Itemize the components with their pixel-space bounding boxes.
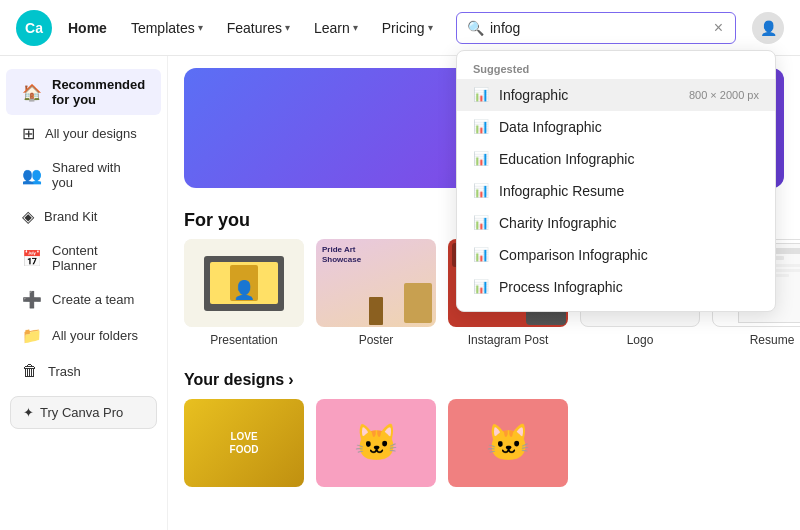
dropdown-item-label-5: Comparison Infographic bbox=[499, 247, 759, 263]
template-item-poster[interactable]: Pride ArtShowcase Poster bbox=[316, 239, 436, 347]
nav-templates[interactable]: Templates ▾ bbox=[123, 14, 211, 42]
dropdown-item-label-2: Education Infographic bbox=[499, 151, 759, 167]
sidebar-item-folders-label: All your folders bbox=[52, 328, 138, 343]
your-designs-title: Your designs bbox=[184, 371, 284, 389]
dropdown-item-label-6: Process Infographic bbox=[499, 279, 759, 295]
dropdown-item-label-4: Charity Infographic bbox=[499, 215, 759, 231]
sidebar-item-recommended[interactable]: 🏠 Recommended for you bbox=[6, 69, 161, 115]
search-box: 🔍 × bbox=[456, 12, 736, 44]
search-input[interactable] bbox=[490, 20, 712, 36]
template-label-resume: Resume bbox=[712, 333, 800, 347]
dropdown-item-label-0: Infographic bbox=[499, 87, 679, 103]
folder-icon: 📁 bbox=[22, 326, 42, 345]
sidebar-item-folders[interactable]: 📁 All your folders bbox=[6, 318, 161, 353]
your-designs-arrow: › bbox=[288, 371, 293, 389]
dropdown-item-badge-0: 800 × 2000 px bbox=[689, 89, 759, 101]
sidebar-item-create-team-label: Create a team bbox=[52, 292, 134, 307]
dropdown-items-list: 📊 Infographic 800 × 2000 px 📊 Data Infog… bbox=[457, 79, 775, 303]
template-label-instagram: Instagram Post bbox=[448, 333, 568, 347]
try-pro-label: Try Canva Pro bbox=[40, 405, 123, 420]
dropdown-item-2[interactable]: 📊 Education Infographic bbox=[457, 143, 775, 175]
sidebar-item-content-planner[interactable]: 📅 Content Planner bbox=[6, 235, 161, 281]
grid-icon: ⊞ bbox=[22, 124, 35, 143]
nav-home-label: Home bbox=[68, 20, 107, 36]
chart-bar-icon: 📊 bbox=[473, 151, 489, 166]
sidebar-item-brand-label: Brand Kit bbox=[44, 209, 97, 224]
chevron-down-icon: ▾ bbox=[198, 22, 203, 33]
dropdown-item-1[interactable]: 📊 Data Infographic bbox=[457, 111, 775, 143]
sidebar-item-trash-label: Trash bbox=[48, 364, 81, 379]
nav-learn-label: Learn bbox=[314, 20, 350, 36]
design-item-3[interactable]: 🐱 bbox=[448, 399, 568, 487]
chart-bar-icon: 📊 bbox=[473, 87, 489, 102]
close-icon: × bbox=[714, 19, 723, 36]
sidebar-item-content-label: Content Planner bbox=[52, 243, 145, 273]
sidebar-item-all-designs-label: All your designs bbox=[45, 126, 137, 141]
nav-templates-label: Templates bbox=[131, 20, 195, 36]
chart-bar-icon: 📊 bbox=[473, 215, 489, 230]
sidebar-item-trash[interactable]: 🗑 Trash bbox=[6, 354, 161, 388]
home-icon: 🏠 bbox=[22, 83, 42, 102]
design-item-2[interactable]: 🐱 bbox=[316, 399, 436, 487]
logo-button[interactable]: Ca bbox=[16, 10, 52, 46]
dropdown-item-4[interactable]: 📊 Charity Infographic bbox=[457, 207, 775, 239]
logo-icon: Ca bbox=[25, 20, 43, 36]
designs-grid: LOVEFOOD 🐱 🐱 bbox=[168, 399, 800, 487]
dropdown-section-label: Suggested bbox=[457, 59, 775, 79]
search-clear-button[interactable]: × bbox=[712, 19, 725, 37]
nav-home[interactable]: Home bbox=[60, 14, 115, 42]
nav-features[interactable]: Features ▾ bbox=[219, 14, 298, 42]
shared-icon: 👥 bbox=[22, 166, 42, 185]
account-button[interactable]: 👤 bbox=[752, 12, 784, 44]
template-thumb-presentation: 👤 bbox=[184, 239, 304, 327]
plus-icon: ➕ bbox=[22, 290, 42, 309]
chart-bar-icon: 📊 bbox=[473, 247, 489, 262]
dropdown-item-3[interactable]: 📊 Infographic Resume bbox=[457, 175, 775, 207]
nav-pricing[interactable]: Pricing ▾ bbox=[374, 14, 441, 42]
chart-bar-icon: 📊 bbox=[473, 183, 489, 198]
dropdown-item-label-1: Data Infographic bbox=[499, 119, 759, 135]
top-navigation: Ca Home Templates ▾ Features ▾ Learn ▾ P… bbox=[0, 0, 800, 56]
brand-icon: ◈ bbox=[22, 207, 34, 226]
chevron-down-icon: ▾ bbox=[428, 22, 433, 33]
nav-learn[interactable]: Learn ▾ bbox=[306, 14, 366, 42]
search-container: 🔍 × Suggested 📊 Infographic 800 × 2000 p… bbox=[456, 12, 736, 44]
dropdown-item-6[interactable]: 📊 Process Infographic bbox=[457, 271, 775, 303]
sidebar-item-brand-kit[interactable]: ◈ Brand Kit bbox=[6, 199, 161, 234]
star-icon: ✦ bbox=[23, 405, 34, 420]
account-icon: 👤 bbox=[760, 20, 777, 36]
sidebar: 🏠 Recommended for you ⊞ All your designs… bbox=[0, 56, 168, 530]
nav-pricing-label: Pricing bbox=[382, 20, 425, 36]
sidebar-item-shared[interactable]: 👥 Shared with you bbox=[6, 152, 161, 198]
design-item-1[interactable]: LOVEFOOD bbox=[184, 399, 304, 487]
template-label-presentation: Presentation bbox=[184, 333, 304, 347]
sidebar-item-shared-label: Shared with you bbox=[52, 160, 145, 190]
template-label-logo: Logo bbox=[580, 333, 700, 347]
dropdown-item-0[interactable]: 📊 Infographic 800 × 2000 px bbox=[457, 79, 775, 111]
dropdown-item-label-3: Infographic Resume bbox=[499, 183, 759, 199]
chevron-down-icon: ▾ bbox=[353, 22, 358, 33]
try-pro-button[interactable]: ✦ Try Canva Pro bbox=[10, 396, 157, 429]
template-thumb-poster: Pride ArtShowcase bbox=[316, 239, 436, 327]
chart-bar-icon: 📊 bbox=[473, 279, 489, 294]
template-item-presentation[interactable]: 👤 Presentation bbox=[184, 239, 304, 347]
sidebar-item-recommended-label: Recommended for you bbox=[52, 77, 145, 107]
chart-bar-icon: 📊 bbox=[473, 119, 489, 134]
dropdown-item-5[interactable]: 📊 Comparison Infographic bbox=[457, 239, 775, 271]
sidebar-item-create-team[interactable]: ➕ Create a team bbox=[6, 282, 161, 317]
calendar-icon: 📅 bbox=[22, 249, 42, 268]
search-dropdown: Suggested 📊 Infographic 800 × 2000 px 📊 … bbox=[456, 50, 776, 312]
sidebar-item-all-designs[interactable]: ⊞ All your designs bbox=[6, 116, 161, 151]
chevron-down-icon: ▾ bbox=[285, 22, 290, 33]
search-icon: 🔍 bbox=[467, 20, 484, 36]
template-label-poster: Poster bbox=[316, 333, 436, 347]
your-designs-heading[interactable]: Your designs › bbox=[168, 371, 800, 399]
your-designs-section: Your designs › LOVEFOOD 🐱 🐱 bbox=[168, 363, 800, 487]
nav-features-label: Features bbox=[227, 20, 282, 36]
trash-icon: 🗑 bbox=[22, 362, 38, 380]
